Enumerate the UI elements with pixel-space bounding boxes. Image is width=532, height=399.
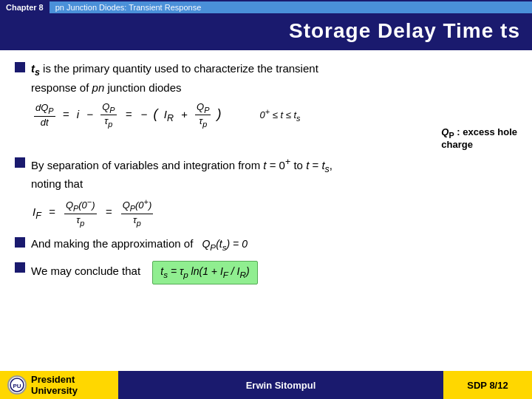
footer-right: SDP 8/12 (443, 371, 532, 399)
formula-2: IF = QP(0−) τp = QP(0+) τp (33, 197, 154, 228)
section-block-3: And making the approximation of QP(ts) =… (15, 236, 517, 253)
section-block-2: By separation of variables and integrati… (15, 156, 517, 228)
svg-text:PU: PU (13, 383, 21, 389)
section-block-1: ts is the primary quantity used to chara… (15, 61, 517, 129)
bullet-2: By separation of variables and integrati… (15, 156, 517, 192)
range-text-1: 0+ ≤ t ≤ ts (260, 107, 301, 123)
formula-1-left: dQP dt = i − QP τp = − ( IR + QP τp (33, 101, 223, 129)
bullet-text-1: ts is the primary quantity used to chara… (31, 61, 318, 95)
chapter-label: Chapter 8 (0, 1, 50, 13)
bullet-text-4: We may conclude that ts = τp ln(1 + IF /… (31, 261, 258, 284)
bullet-icon-4 (15, 262, 25, 273)
footer: PU President University Erwin Sitompul S… (0, 371, 532, 399)
fraction-dqp-dt: dQP dt (34, 102, 55, 128)
bullet-3: And making the approximation of QP(ts) =… (15, 236, 517, 253)
bullet-4: We may conclude that ts = τp ln(1 + IF /… (15, 261, 517, 284)
formula-2-container: IF = QP(0−) τp = QP(0+) τp (33, 197, 517, 228)
bullet-text-3: And making the approximation of QP(ts) =… (31, 236, 248, 253)
fraction-if1: QP(0−) τp (64, 197, 97, 228)
footer-center: Erwin Sitompul (118, 371, 443, 399)
footer-university-name: President University (31, 374, 111, 396)
subtitle-label: pn Junction Diodes: Transient Response (50, 1, 532, 13)
top-bar: Chapter 8 pn Junction Diodes: Transient … (0, 0, 532, 15)
footer-author: Erwin Sitompul (246, 380, 316, 391)
bullet-icon-2 (15, 157, 25, 168)
formula-3-inline: QP(ts) = 0 (202, 238, 247, 250)
formula-4-highlighted: ts = τp ln(1 + IF / IR) (152, 265, 257, 277)
bullet-text-2: By separation of variables and integrati… (31, 156, 332, 192)
fraction-qp-taup: QP τp (100, 101, 116, 129)
fraction-qp-taup2: QP τp (195, 101, 211, 129)
fraction-if2: QP(0+) τp (121, 197, 154, 228)
bullet-icon-1 (15, 62, 25, 72)
ts-text: ts is the primary quantity used to chara… (31, 62, 318, 94)
formula-1-container: dQP dt = i − QP τp = − ( IR + QP τp (33, 101, 517, 129)
main-title: Storage Delay Time ts (0, 15, 532, 47)
footer-left: PU President University (0, 371, 118, 399)
logo-icon: PU (7, 375, 27, 395)
footer-page: SDP 8/12 (467, 380, 508, 391)
content-area: ts is the primary quantity used to chara… (0, 50, 532, 371)
section-block-4: We may conclude that ts = τp ln(1 + IF /… (15, 261, 517, 284)
bullet-icon-3 (15, 237, 25, 248)
bullet-1: ts is the primary quantity used to chara… (15, 61, 517, 95)
qp-note: QP : excess holecharge (441, 126, 517, 151)
